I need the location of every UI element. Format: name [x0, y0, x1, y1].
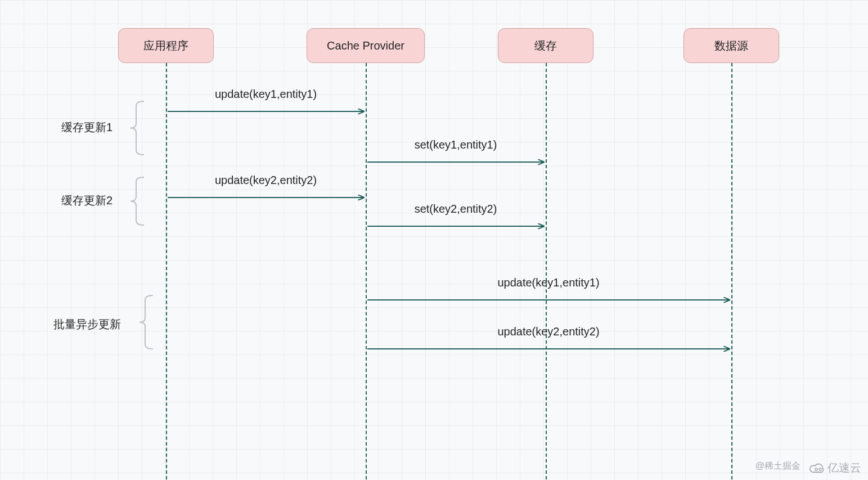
group-label-cache-update-1: 缓存更新1: [0, 120, 113, 135]
group-label-batch-async-update: 批量异步更新: [0, 317, 121, 332]
watermark-brand: 亿速云: [809, 460, 861, 475]
message-label-1: set(key1,entity1): [415, 138, 497, 151]
watermark-brand-text: 亿速云: [827, 460, 861, 475]
cloud-icon: [809, 462, 825, 474]
message-label-2: update(key2,entity2): [215, 174, 317, 187]
watermark-source: @稀土掘金: [755, 460, 800, 472]
group-bracket: [140, 295, 153, 349]
group-bracket: [131, 101, 144, 155]
message-label-5: update(key2,entity2): [497, 325, 599, 338]
participant-cache: 缓存: [498, 28, 593, 63]
message-label-3: set(key2,entity2): [415, 203, 497, 216]
svg-point-0: [815, 468, 817, 470]
participant-app: 应用程序: [118, 28, 214, 63]
participant-cache-provider-label: Cache Provider: [327, 39, 404, 52]
message-label-0: update(key1,entity1): [215, 88, 317, 101]
participant-datasource: 数据源: [683, 28, 779, 63]
group-label-cache-update-2: 缓存更新2: [0, 193, 113, 208]
message-label-4: update(key1,entity1): [497, 276, 599, 289]
participant-app-label: 应用程序: [143, 38, 188, 53]
svg-point-1: [819, 468, 821, 470]
participant-cache-label: 缓存: [534, 38, 557, 53]
diagram-overlay: [0, 0, 868, 480]
group-bracket: [131, 177, 144, 225]
participant-datasource-label: 数据源: [714, 38, 748, 53]
participant-cache-provider: Cache Provider: [307, 28, 425, 63]
